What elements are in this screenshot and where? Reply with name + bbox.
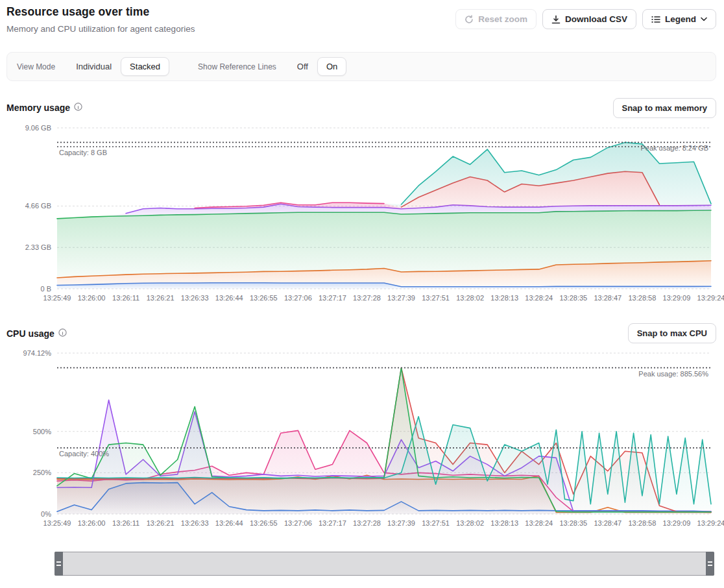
svg-text:13:28:47: 13:28:47 xyxy=(594,519,621,527)
legend-button[interactable]: Legend xyxy=(642,9,716,29)
svg-text:0 B: 0 B xyxy=(40,285,51,293)
svg-text:13:26:33: 13:26:33 xyxy=(181,519,209,527)
svg-text:13:28:35: 13:28:35 xyxy=(559,519,587,527)
time-range-brush[interactable] xyxy=(54,552,714,576)
svg-text:13:26:21: 13:26:21 xyxy=(147,294,175,302)
svg-text:13:26:21: 13:26:21 xyxy=(147,519,175,527)
svg-text:13:27:51: 13:27:51 xyxy=(422,519,450,527)
svg-text:13:25:49: 13:25:49 xyxy=(43,294,71,302)
svg-text:13:27:17: 13:27:17 xyxy=(319,294,346,302)
svg-text:13:28:24: 13:28:24 xyxy=(525,519,553,527)
svg-text:13:28:58: 13:28:58 xyxy=(628,519,656,527)
brush-handle-right[interactable] xyxy=(706,552,714,576)
reference-lines-off-option[interactable]: Off xyxy=(288,57,317,76)
svg-text:13:26:11: 13:26:11 xyxy=(112,519,139,527)
svg-text:0%: 0% xyxy=(41,510,51,518)
brush-handle-left[interactable] xyxy=(54,552,63,576)
svg-text:13:26:00: 13:26:00 xyxy=(78,519,106,527)
memory-section-title: Memory usage xyxy=(6,103,70,113)
snap-to-max-cpu-button[interactable]: Snap to max CPU xyxy=(628,323,716,343)
cpu-section-header: CPU usage xyxy=(6,328,67,339)
snap-to-max-memory-button[interactable]: Snap to max memory xyxy=(613,98,717,118)
svg-text:13:26:55: 13:26:55 xyxy=(250,294,278,302)
svg-text:13:26:44: 13:26:44 xyxy=(215,519,243,527)
view-mode-stacked-option[interactable]: Stacked xyxy=(121,57,169,76)
svg-text:13:27:17: 13:27:17 xyxy=(319,519,346,527)
svg-text:13:27:28: 13:27:28 xyxy=(353,294,381,302)
svg-text:13:28:02: 13:28:02 xyxy=(456,519,484,527)
legend-label: Legend xyxy=(665,14,696,24)
svg-text:13:27:39: 13:27:39 xyxy=(387,519,415,527)
reference-lines-on-option[interactable]: On xyxy=(317,57,346,76)
reset-zoom-label: Reset zoom xyxy=(478,14,527,24)
reference-lines-label: Show Reference Lines xyxy=(198,62,276,71)
svg-text:13:29:09: 13:29:09 xyxy=(663,294,691,302)
svg-text:13:28:47: 13:28:47 xyxy=(594,294,621,302)
reset-zoom-button[interactable]: Reset zoom xyxy=(455,9,537,29)
svg-text:13:26:00: 13:26:00 xyxy=(78,294,106,302)
svg-text:13:29:24: 13:29:24 xyxy=(697,294,724,302)
download-csv-label: Download CSV xyxy=(565,14,627,24)
memory-usage-chart[interactable]: 9.06 GB4.66 GB2.33 GB0 B13:25:4913:26:00… xyxy=(0,121,724,310)
svg-text:13:26:55: 13:26:55 xyxy=(250,519,278,527)
svg-text:13:28:02: 13:28:02 xyxy=(456,294,484,302)
info-icon[interactable] xyxy=(74,102,82,114)
svg-text:Peak usage: 8.24 GB: Peak usage: 8.24 GB xyxy=(640,144,708,152)
list-icon xyxy=(651,15,660,24)
svg-text:13:25:49: 13:25:49 xyxy=(43,519,71,527)
svg-text:974.12%: 974.12% xyxy=(23,349,52,357)
svg-text:4.66 GB: 4.66 GB xyxy=(25,202,51,210)
info-icon[interactable] xyxy=(58,328,67,339)
svg-text:13:26:11: 13:26:11 xyxy=(112,294,139,302)
cpu-section-title: CPU usage xyxy=(6,328,54,339)
page-title: Resource usage over time xyxy=(6,5,149,19)
svg-text:500%: 500% xyxy=(33,428,51,435)
svg-text:13:26:33: 13:26:33 xyxy=(181,294,209,302)
svg-text:2.33 GB: 2.33 GB xyxy=(25,243,51,251)
top-toolbar: Reset zoom Download CSV Legend xyxy=(455,9,716,29)
svg-text:13:27:28: 13:27:28 xyxy=(353,519,381,527)
svg-text:13:27:06: 13:27:06 xyxy=(284,294,312,302)
svg-text:Capacity: 400%: Capacity: 400% xyxy=(59,450,109,458)
memory-section-header: Memory usage xyxy=(6,102,82,114)
download-icon xyxy=(551,15,561,24)
cpu-usage-chart[interactable]: 974.12%500%250%0%13:25:4913:26:0013:26:1… xyxy=(0,346,724,535)
view-mode-label: View Mode xyxy=(17,62,55,71)
svg-text:13:28:58: 13:28:58 xyxy=(628,294,656,302)
svg-text:13:28:13: 13:28:13 xyxy=(490,294,518,302)
view-mode-individual-option[interactable]: Individual xyxy=(67,57,121,76)
svg-text:13:27:06: 13:27:06 xyxy=(284,519,312,527)
svg-text:250%: 250% xyxy=(33,469,51,476)
svg-text:13:27:51: 13:27:51 xyxy=(422,294,450,302)
view-controls-bar: View Mode Individual Stacked Show Refere… xyxy=(6,52,716,81)
svg-text:13:28:13: 13:28:13 xyxy=(490,519,518,527)
svg-text:Capacity: 8 GB: Capacity: 8 GB xyxy=(59,149,107,156)
page-subtitle: Memory and CPU utilization for agent cat… xyxy=(6,24,195,34)
svg-text:13:28:24: 13:28:24 xyxy=(525,294,553,302)
svg-text:13:26:44: 13:26:44 xyxy=(215,294,243,302)
svg-text:13:29:24: 13:29:24 xyxy=(697,519,724,527)
svg-text:13:27:39: 13:27:39 xyxy=(387,294,415,302)
download-csv-button[interactable]: Download CSV xyxy=(542,9,636,29)
svg-text:9.06 GB: 9.06 GB xyxy=(25,124,51,132)
svg-text:13:29:09: 13:29:09 xyxy=(663,519,691,527)
svg-text:13:28:35: 13:28:35 xyxy=(559,294,587,302)
refresh-icon xyxy=(465,15,474,24)
svg-text:Peak usage: 885.56%: Peak usage: 885.56% xyxy=(638,370,708,378)
chevron-down-icon xyxy=(701,17,707,21)
